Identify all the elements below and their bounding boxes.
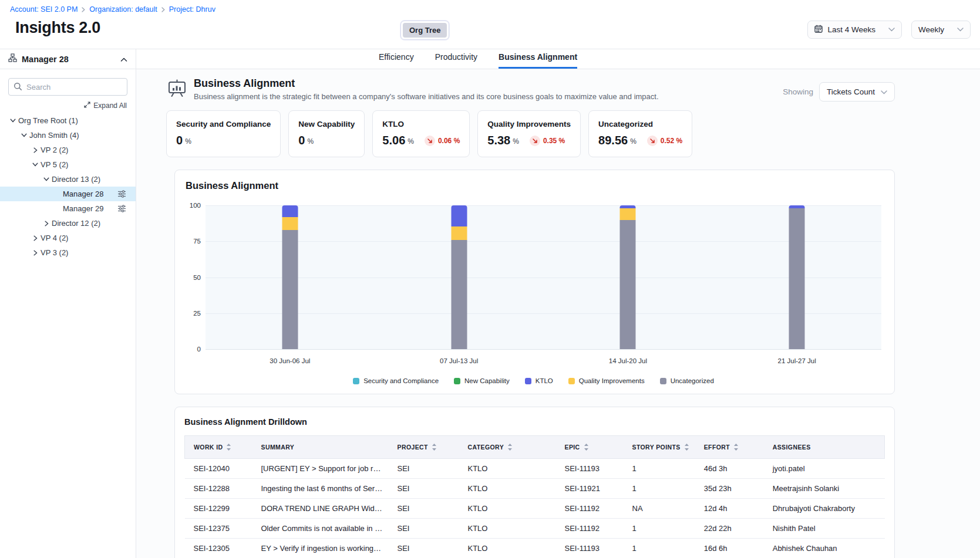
bar-segment-uncategorized[interactable] [451,240,467,349]
column-header-summary: SUMMARY [252,436,389,459]
bar-segment-quality-improvements[interactable] [620,208,636,220]
x-axis-label: 21 Jul-27 Jul [712,357,881,364]
cell-epic: SEI-11193 [556,459,624,479]
table-row[interactable]: SEI-12375Older Commits is not available … [185,519,885,539]
sort-icon[interactable] [733,443,739,451]
kpi-card-title: Uncategorized [598,120,682,128]
expand-all-label: Expand All [93,102,127,110]
expand-icon [84,102,90,110]
bar-segment-ktlo[interactable] [451,205,467,226]
column-header-project[interactable]: PROJECT [389,436,459,459]
stacked-bar-14-jul-20-jul[interactable] [620,205,636,349]
table-row[interactable]: SEI-12040[URGENT] EY > Support for job r… [185,459,885,479]
column-header-epic[interactable]: EPIC [556,436,624,459]
tree-item-director-12-2[interactable]: Director 12 (2) [0,216,136,231]
chevron-right-icon[interactable] [41,221,52,226]
chevron-right-icon[interactable] [30,147,41,153]
table-row[interactable]: SEI-12288Ingesting the last 6 months of … [185,479,885,499]
legend-item-new-capability[interactable]: New Capability [454,377,510,384]
legend-label: KTLO [536,377,553,384]
tree-item-manager-28[interactable]: Manager 28 [0,187,136,201]
chevron-down-icon[interactable] [19,133,29,137]
cell-summary: DORA TREND LINE GRAPH Widgets is n... [252,499,389,519]
cell-story-points: 1 [624,459,695,479]
breadcrumb-link[interactable]: Organization: default [89,5,157,13]
tabs-bar: EfficiencyProductivityBusiness Alignment [136,49,980,69]
bar-segment-quality-improvements[interactable] [282,217,298,230]
legend-item-quality-improvements[interactable]: Quality Improvements [568,377,645,384]
bar-segment-uncategorized[interactable] [789,208,805,349]
sliders-filter-icon[interactable] [116,205,127,212]
collapse-sidebar-icon[interactable] [120,54,127,65]
tab-business-alignment[interactable]: Business Alignment [499,52,577,69]
chevron-down-icon[interactable] [41,177,52,181]
legend-item-security-and-compliance[interactable]: Security and Compliance [353,377,439,384]
tree-item-vp-2-2[interactable]: VP 2 (2) [0,143,136,157]
bar-segment-ktlo[interactable] [789,205,805,208]
tab-productivity[interactable]: Productivity [435,52,477,69]
sort-icon[interactable] [507,443,513,451]
chevron-down-icon[interactable] [30,163,41,167]
cell-category: KTLO [459,479,556,499]
x-axis-label: 07 Jul-13 Jul [375,357,544,364]
kpi-card-ktlo: KTLO5.06%0.06 % [372,110,470,157]
column-header-category[interactable]: CATEGORY [459,436,556,459]
expand-all-link[interactable]: Expand All [0,102,127,110]
sort-icon[interactable] [432,443,437,451]
bar-segment-uncategorized[interactable] [282,230,298,349]
sort-icon[interactable] [226,443,231,451]
bar-segment-ktlo[interactable] [282,205,298,217]
column-header-story-points[interactable]: STORY POINTS [624,436,695,459]
gridline [206,349,881,350]
column-header-work-id[interactable]: WORK ID [185,436,252,459]
tree-item-vp-3-2[interactable]: VP 3 (2) [0,245,136,260]
chevron-right-icon[interactable] [30,250,41,256]
stacked-bar-30-jun-06-jul[interactable] [282,205,298,349]
cell-assignees: Meetrajsinh Solanki [764,479,885,499]
kpi-delta: 0.52 % [647,136,682,146]
stacked-bar-07-jul-13-jul[interactable] [451,205,467,349]
table-row[interactable]: SEI-12299DORA TREND LINE GRAPH Widgets i… [185,499,885,519]
tree-item-vp-5-2[interactable]: VP 5 (2) [0,157,136,172]
showing-select[interactable]: Tickets Count [819,82,895,102]
bar-segment-uncategorized[interactable] [620,220,636,350]
bar-segment-quality-improvements[interactable] [451,226,467,240]
stacked-bar-21-jul-27-jul[interactable] [789,205,805,349]
tree-item-john-smith-4[interactable]: John Smith (4) [0,128,136,143]
cell-project: SEI [389,479,459,499]
chevron-down-icon[interactable] [8,119,18,123]
sort-icon[interactable] [684,443,689,451]
cell-effort: 35d 23h [695,479,764,499]
search-input[interactable] [8,78,127,96]
cell-assignees: Abhishek Chauhan [764,539,885,558]
x-axis-label: 30 Jun-06 Jul [206,357,375,364]
legend-item-ktlo[interactable]: KTLO [525,377,553,384]
bar-segment-ktlo[interactable] [620,205,636,208]
table-row[interactable]: SEI-12305EY > Verify if ingestion is wor… [185,539,885,558]
kpi-card-value: 0 [176,134,183,147]
sliders-filter-icon[interactable] [116,190,127,198]
breadcrumb-link[interactable]: Project: Dhruv [169,5,215,13]
breadcrumb-link[interactable]: Account: SEI 2.0 PM [10,5,78,13]
org-tree-button[interactable]: Org Tree [403,23,447,38]
cell-project: SEI [389,459,459,479]
column-label: WORK ID [194,444,223,451]
granularity-select[interactable]: Weekly [911,21,971,39]
tree-item-label: Manager 28 [63,190,116,198]
chevron-right-icon[interactable] [30,235,41,241]
legend-label: Security and Compliance [363,377,439,384]
sort-icon[interactable] [584,443,589,451]
x-axis-labels: 30 Jun-06 Jul07 Jul-13 Jul14 Jul-20 Jul2… [206,357,881,364]
tree-item-label: Manager 29 [63,204,116,213]
tree-item-org-tree-root-1[interactable]: Org Tree Root (1) [0,113,136,128]
kpi-card-security-and-compliance: Security and Compliance0% [166,110,281,157]
time-range-select[interactable]: Last 4 Weeks [807,21,902,39]
tree-item-vp-4-2[interactable]: VP 4 (2) [0,231,136,245]
tab-efficiency[interactable]: Efficiency [379,52,414,69]
legend-item-uncategorized[interactable]: Uncategorized [660,377,714,384]
kpi-card-unit: % [408,137,414,146]
org-chart-icon [8,53,17,65]
tree-item-manager-29[interactable]: Manager 29 [0,201,136,216]
tree-item-director-13-2[interactable]: Director 13 (2) [0,172,136,187]
column-header-effort[interactable]: EFFORT [695,436,764,459]
